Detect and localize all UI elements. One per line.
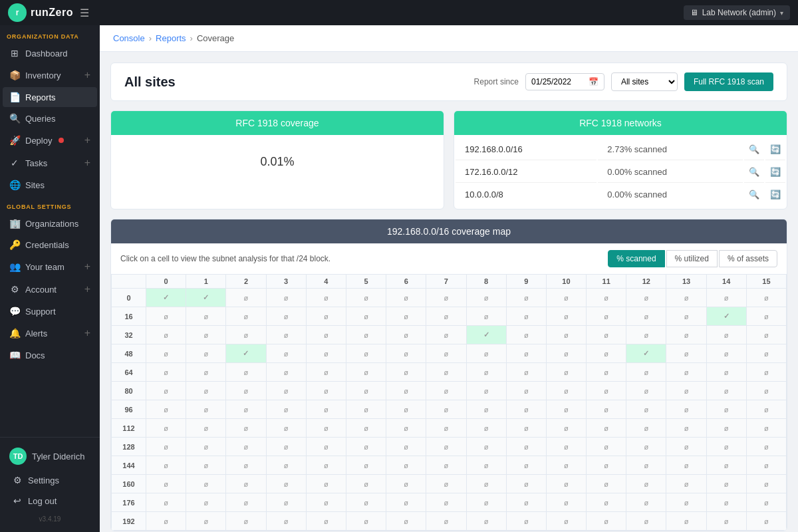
grid-cell[interactable]: ✓ (706, 307, 746, 326)
grid-cell[interactable]: ø (306, 289, 346, 307)
grid-cell[interactable]: ø (466, 382, 506, 400)
grid-cell[interactable]: ø (666, 419, 706, 438)
grid-cell[interactable]: ø (466, 307, 506, 326)
team-add-icon[interactable]: + (84, 261, 90, 273)
grid-cell[interactable]: ø (386, 512, 426, 531)
grid-cell[interactable]: ø (466, 363, 506, 382)
grid-cell[interactable]: ø (186, 400, 226, 419)
grid-cell[interactable]: ø (306, 438, 346, 456)
grid-cell[interactable]: ø (587, 326, 626, 344)
map-tab[interactable]: % scanned (608, 250, 664, 267)
grid-cell[interactable]: ø (706, 344, 746, 363)
grid-cell[interactable]: ø (146, 363, 186, 382)
grid-cell[interactable]: ø (426, 289, 466, 307)
grid-cell[interactable]: ø (506, 400, 546, 419)
grid-cell[interactable]: ø (426, 456, 466, 475)
sidebar-item-sites[interactable]: 🌐 Sites (3, 175, 97, 195)
grid-cell[interactable]: ø (266, 512, 306, 531)
grid-cell[interactable]: ø (426, 419, 466, 438)
grid-cell[interactable]: ø (466, 493, 506, 512)
breadcrumb-reports[interactable]: Reports (156, 33, 186, 43)
grid-cell[interactable]: ø (546, 438, 586, 456)
grid-cell[interactable]: ø (146, 493, 186, 512)
grid-cell[interactable]: ø (746, 307, 786, 326)
grid-cell[interactable]: ø (346, 512, 386, 531)
grid-cell[interactable]: ø (546, 512, 586, 531)
grid-cell[interactable]: ø (346, 456, 386, 475)
grid-cell[interactable]: ø (426, 438, 466, 456)
grid-cell[interactable]: ✓ (226, 344, 266, 363)
coverage-grid[interactable]: 01234567891011121314150✓✓øøøøøøøøøøøøøø1… (111, 274, 787, 531)
grid-cell[interactable]: ø (546, 419, 586, 438)
grid-cell[interactable]: ø (706, 512, 746, 531)
grid-cell[interactable]: ø (666, 344, 706, 363)
grid-cell[interactable]: ø (666, 456, 706, 475)
grid-cell[interactable]: ✓ (186, 289, 226, 307)
grid-cell[interactable]: ø (666, 438, 706, 456)
grid-cell[interactable]: ø (506, 493, 546, 512)
grid-cell[interactable]: ø (226, 307, 266, 326)
grid-cell[interactable]: ø (266, 326, 306, 344)
network-search-icon[interactable]: 🔍 (744, 184, 764, 205)
grid-cell[interactable]: ø (666, 289, 706, 307)
sidebar-item-logout[interactable]: ↩ Log out (5, 491, 94, 511)
grid-cell[interactable]: ø (386, 363, 426, 382)
grid-cell[interactable]: ø (546, 475, 586, 493)
grid-cell[interactable]: ø (587, 382, 626, 400)
grid-cell[interactable]: ø (587, 475, 626, 493)
grid-cell[interactable]: ø (306, 382, 346, 400)
grid-cell[interactable]: ø (506, 363, 546, 382)
grid-cell[interactable]: ø (587, 400, 626, 419)
deploy-add-icon[interactable]: + (84, 134, 90, 146)
grid-cell[interactable]: ø (266, 382, 306, 400)
grid-cell[interactable]: ø (346, 307, 386, 326)
grid-cell[interactable]: ø (746, 419, 786, 438)
grid-cell[interactable]: ø (306, 307, 346, 326)
grid-cell[interactable]: ø (266, 456, 306, 475)
grid-cell[interactable]: ø (587, 289, 626, 307)
grid-cell[interactable]: ø (587, 438, 626, 456)
grid-cell[interactable]: ø (146, 512, 186, 531)
sidebar-item-credentials[interactable]: 🔑 Credentials (3, 235, 97, 255)
grid-cell[interactable]: ø (226, 363, 266, 382)
sidebar-item-docs[interactable]: 📖 Docs (3, 345, 97, 365)
grid-cell[interactable]: ø (546, 493, 586, 512)
grid-cell[interactable]: ø (746, 363, 786, 382)
grid-cell[interactable]: ø (666, 363, 706, 382)
grid-cell[interactable]: ø (186, 438, 226, 456)
grid-cell[interactable]: ø (626, 419, 666, 438)
grid-cell[interactable]: ø (426, 400, 466, 419)
grid-cell[interactable]: ø (146, 475, 186, 493)
sidebar-item-settings[interactable]: ⚙ Settings (5, 470, 94, 490)
grid-cell[interactable]: ø (546, 456, 586, 475)
grid-cell[interactable]: ø (626, 363, 666, 382)
grid-cell[interactable]: ø (466, 344, 506, 363)
grid-cell[interactable]: ø (186, 382, 226, 400)
grid-cell[interactable]: ø (466, 400, 506, 419)
grid-cell[interactable]: ø (626, 307, 666, 326)
grid-cell[interactable]: ø (266, 475, 306, 493)
grid-cell[interactable]: ø (386, 456, 426, 475)
grid-cell[interactable]: ø (226, 438, 266, 456)
grid-cell[interactable]: ø (226, 382, 266, 400)
grid-cell[interactable]: ø (666, 400, 706, 419)
grid-cell[interactable]: ø (706, 475, 746, 493)
grid-cell[interactable]: ø (706, 382, 746, 400)
grid-cell[interactable]: ø (346, 400, 386, 419)
grid-cell[interactable]: ø (546, 400, 586, 419)
grid-cell[interactable]: ø (546, 307, 586, 326)
grid-cell[interactable]: ø (626, 456, 666, 475)
grid-cell[interactable]: ø (146, 344, 186, 363)
grid-cell[interactable]: ø (386, 475, 426, 493)
grid-cell[interactable]: ø (426, 493, 466, 512)
grid-cell[interactable]: ø (746, 456, 786, 475)
grid-cell[interactable]: ø (386, 419, 426, 438)
grid-cell[interactable]: ø (587, 456, 626, 475)
grid-cell[interactable]: ø (226, 475, 266, 493)
grid-cell[interactable]: ø (587, 344, 626, 363)
grid-cell[interactable]: ø (226, 493, 266, 512)
account-add-icon[interactable]: + (84, 283, 90, 295)
grid-cell[interactable]: ø (266, 344, 306, 363)
grid-cell[interactable]: ø (706, 326, 746, 344)
grid-cell[interactable]: ø (706, 419, 746, 438)
